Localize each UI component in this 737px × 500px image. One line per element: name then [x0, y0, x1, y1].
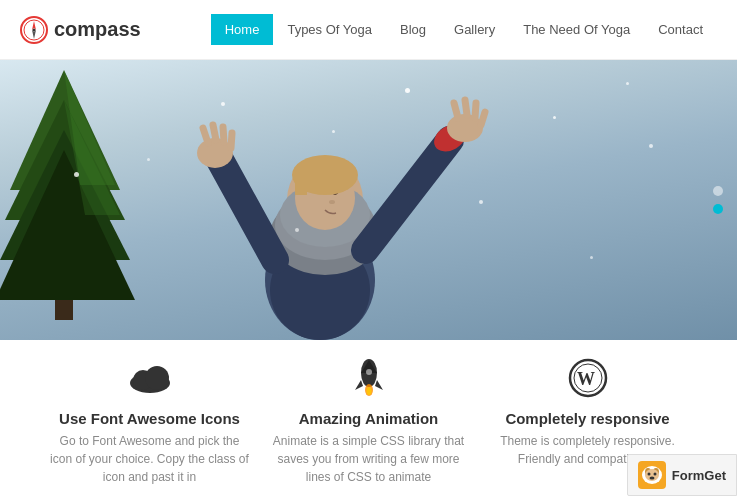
nav-item-need[interactable]: The Need Of Yoga [509, 14, 644, 45]
cloud-icon [125, 358, 175, 402]
svg-point-44 [366, 369, 372, 375]
svg-point-56 [653, 473, 656, 476]
svg-line-35 [475, 103, 476, 118]
svg-line-28 [223, 127, 224, 142]
svg-marker-42 [355, 380, 363, 390]
logo[interactable]: compass [20, 16, 141, 44]
formget-logo [638, 461, 666, 489]
wordpress-icon: W [568, 358, 608, 402]
svg-line-36 [481, 112, 485, 125]
svg-line-33 [454, 103, 458, 118]
feature-3-title: Completely responsive [505, 410, 669, 427]
svg-line-29 [231, 133, 232, 148]
svg-line-26 [203, 128, 208, 143]
logo-text: compass [54, 18, 141, 41]
nav-item-gallery[interactable]: Gallery [440, 14, 509, 45]
carousel-dots [713, 186, 723, 214]
feature-animation: Amazing Animation Animate is a simple CS… [269, 358, 469, 486]
nav-item-contact[interactable]: Contact [644, 14, 717, 45]
feature-1-desc: Go to Font Awesome and pick the icon of … [50, 432, 250, 486]
svg-line-34 [465, 100, 467, 115]
svg-point-46 [366, 387, 371, 395]
nav-item-blog[interactable]: Blog [386, 14, 440, 45]
svg-point-39 [145, 366, 169, 390]
svg-line-27 [213, 125, 216, 140]
svg-point-57 [649, 477, 654, 480]
svg-point-55 [647, 473, 650, 476]
carousel-dot-1[interactable] [713, 186, 723, 196]
child-figure [120, 60, 600, 340]
feature-responsive: W Completely responsive Theme is complet… [488, 358, 688, 468]
svg-point-21 [329, 200, 335, 204]
svg-rect-23 [295, 170, 307, 195]
svg-point-4 [33, 28, 36, 31]
feature-1-title: Use Font Awesome Icons [59, 410, 240, 427]
formget-badge[interactable]: FormGet [627, 454, 737, 496]
feature-2-desc: Animate is a simple CSS library that sav… [269, 432, 469, 486]
hero-section [0, 60, 737, 340]
svg-line-24 [220, 160, 275, 260]
carousel-dot-2[interactable] [713, 204, 723, 214]
svg-text:W: W [577, 369, 595, 389]
main-nav: Home Types Of Yoga Blog Gallery The Need… [211, 14, 717, 45]
svg-marker-43 [375, 380, 383, 390]
feature-2-title: Amazing Animation [299, 410, 438, 427]
feature-icons: Use Font Awesome Icons Go to Font Awesom… [50, 358, 250, 486]
compass-icon [20, 16, 48, 44]
features-section: Use Font Awesome Icons Go to Font Awesom… [0, 340, 737, 486]
rocket-icon [349, 358, 389, 402]
nav-item-types[interactable]: Types Of Yoga [273, 14, 386, 45]
nav-item-home[interactable]: Home [211, 14, 274, 45]
header: compass Home Types Of Yoga Blog Gallery … [0, 0, 737, 60]
formget-label: FormGet [672, 468, 726, 483]
svg-line-30 [365, 140, 450, 250]
